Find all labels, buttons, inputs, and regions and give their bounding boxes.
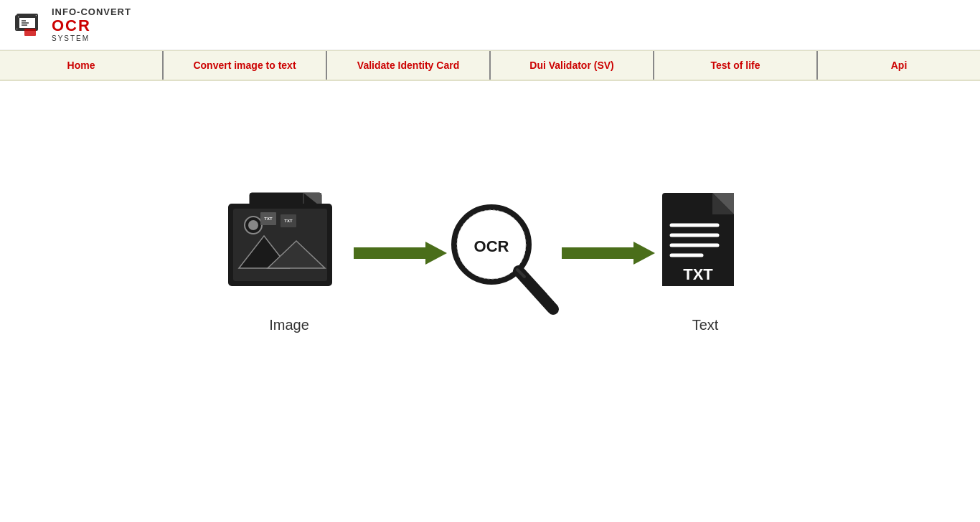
- main-content: TXT TXT TXT TXT Image: [0, 81, 980, 440]
- logo: INFO-CONVERT OCR SYSTEM: [14, 7, 131, 42]
- svg-marker-25: [354, 242, 447, 265]
- brand-system: SYSTEM: [52, 34, 131, 42]
- text-label: Text: [692, 317, 719, 333]
- brand-top: INFO-CONVERT: [52, 7, 131, 17]
- nav-convert[interactable]: Convert image to text: [164, 51, 327, 80]
- svg-marker-31: [562, 242, 655, 265]
- nav-api[interactable]: Api: [818, 51, 980, 80]
- site-header: INFO-CONVERT OCR SYSTEM: [0, 0, 980, 50]
- nav-home[interactable]: Home: [0, 51, 164, 80]
- txt-icon: TXT: [659, 189, 752, 300]
- ocr-item: OCR: [447, 203, 562, 318]
- svg-text:TXT: TXT: [284, 219, 293, 223]
- svg-point-18: [248, 220, 258, 230]
- logo-icon: [14, 9, 46, 40]
- main-nav: Home Convert image to text Validate Iden…: [0, 50, 980, 81]
- ocr-icon: OCR: [447, 203, 562, 318]
- nav-testlife[interactable]: Test of life: [654, 51, 818, 80]
- text-item: TXT Text: [655, 188, 755, 333]
- txt-icon-container: TXT: [655, 188, 755, 303]
- arrow-1: [354, 239, 447, 267]
- image-label: Image: [269, 317, 309, 333]
- ocr-icon-container: OCR: [447, 203, 562, 318]
- nav-dui[interactable]: Dui Validator (SV): [491, 51, 654, 80]
- image-icon-container: TXT TXT TXT TXT: [225, 188, 354, 303]
- image-item: TXT TXT TXT TXT Image: [225, 188, 354, 333]
- svg-text:TXT: TXT: [683, 265, 713, 283]
- brand-ocr: OCR: [52, 17, 131, 34]
- svg-rect-6: [24, 29, 36, 36]
- image-icon: TXT TXT TXT TXT: [225, 189, 354, 300]
- logo-text: INFO-CONVERT OCR SYSTEM: [52, 7, 131, 42]
- svg-text:TXT: TXT: [264, 217, 273, 221]
- nav-validate[interactable]: Validate Identity Card: [327, 51, 491, 80]
- arrow-2: [562, 239, 655, 267]
- svg-text:OCR: OCR: [474, 237, 509, 255]
